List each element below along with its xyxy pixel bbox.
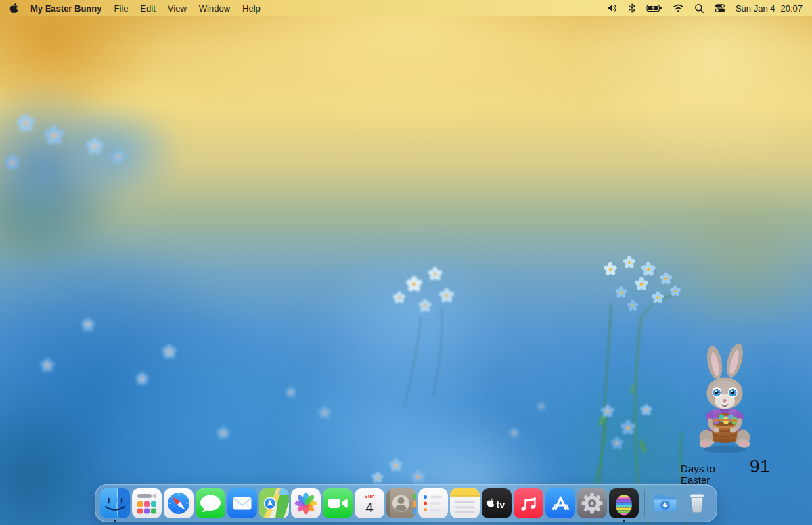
mail-icon	[227, 488, 257, 518]
dock-item-launchpad[interactable]	[132, 488, 162, 518]
dock-divider	[644, 490, 645, 517]
calendar-day: 4	[365, 499, 374, 515]
countdown-label: Days to Easter	[681, 463, 745, 486]
dock-item-maps[interactable]	[259, 488, 289, 518]
control-center-icon[interactable]	[715, 3, 725, 14]
running-indicator	[114, 520, 116, 522]
finder-icon	[100, 488, 130, 518]
menubar-clock[interactable]: Sun Jan 4 20:07	[736, 3, 803, 14]
launchpad-icon	[132, 488, 162, 518]
menu-edit[interactable]: Edit	[140, 3, 155, 14]
notes-icon	[450, 488, 480, 518]
downloads-folder-icon	[650, 488, 680, 518]
battery-charging-icon[interactable]	[646, 3, 662, 14]
wifi-icon[interactable]	[673, 3, 684, 13]
menubar-time: 20:07	[780, 3, 803, 14]
dock-item-facetime[interactable]	[323, 488, 353, 518]
menu-bar: My Easter Bunny File Edit View Window He…	[0, 0, 812, 16]
menu-view[interactable]: View	[168, 3, 187, 14]
desktop: My Easter Bunny File Edit View Window He…	[0, 0, 812, 525]
dock-item-music[interactable]	[514, 488, 543, 518]
spotlight-search-icon[interactable]	[694, 3, 704, 14]
menubar-date: Sun Jan 4	[736, 3, 775, 14]
messages-icon	[196, 488, 225, 518]
easter-countdown-widget[interactable]: Days to Easter 91	[681, 342, 770, 486]
countdown-days: 91	[750, 456, 770, 477]
calendar-icon: Sun4	[355, 488, 384, 518]
dock-item-system-settings[interactable]	[577, 488, 607, 518]
running-indicator	[623, 520, 625, 522]
dock-item-photos[interactable]	[291, 488, 321, 518]
apple-tv-icon: tv	[482, 488, 512, 518]
dock-item-apple-tv[interactable]: tv	[482, 488, 512, 518]
dock-item-trash[interactable]	[682, 488, 712, 518]
active-app-menu[interactable]: My Easter Bunny	[30, 3, 102, 14]
easter-egg-app-icon	[609, 488, 639, 518]
dock-item-easter-egg-app[interactable]	[609, 488, 639, 518]
easter-bunny-image	[687, 342, 763, 456]
menu-help[interactable]: Help	[242, 3, 261, 14]
dock-item-app-store[interactable]	[545, 488, 575, 518]
dock: Sun4 tv	[95, 484, 717, 522]
reminders-icon	[418, 488, 448, 518]
countdown-caption: Days to Easter 91	[681, 456, 770, 486]
volume-icon[interactable]	[606, 3, 618, 14]
apple-tv-label: tv	[497, 499, 505, 510]
calendar-weekday: Sun	[364, 493, 374, 499]
contacts-icon	[386, 488, 416, 518]
dock-item-calendar[interactable]: Sun4	[355, 488, 384, 518]
dock-item-downloads-folder[interactable]	[650, 488, 680, 518]
system-settings-icon	[577, 488, 607, 518]
dock-item-reminders[interactable]	[418, 488, 448, 518]
apple-menu[interactable]	[9, 3, 18, 14]
dock-item-notes[interactable]	[450, 488, 480, 518]
menu-window[interactable]: Window	[199, 3, 230, 14]
bluetooth-icon[interactable]	[628, 3, 636, 14]
facetime-icon	[323, 488, 353, 518]
dock-item-mail[interactable]	[227, 488, 257, 518]
dock-item-messages[interactable]	[196, 488, 225, 518]
trash-icon	[682, 488, 712, 518]
dock-item-contacts[interactable]	[386, 488, 416, 518]
app-store-icon	[545, 488, 575, 518]
music-icon	[514, 488, 543, 518]
photos-icon	[291, 488, 321, 518]
safari-icon	[164, 488, 194, 518]
maps-icon	[259, 488, 289, 518]
dock-item-safari[interactable]	[164, 488, 194, 518]
menu-file[interactable]: File	[114, 3, 128, 14]
apple-logo-icon	[9, 3, 18, 14]
dock-item-finder[interactable]	[100, 488, 130, 518]
